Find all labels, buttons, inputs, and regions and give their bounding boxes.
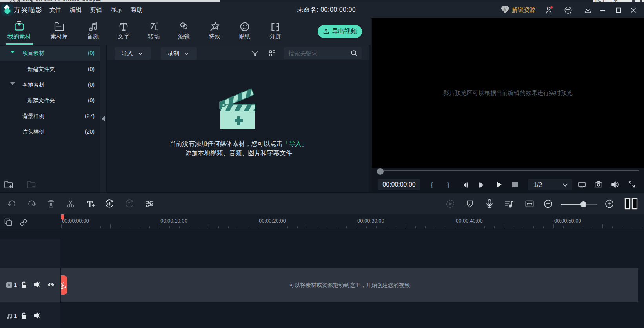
svg-text:V: V [504, 7, 507, 11]
